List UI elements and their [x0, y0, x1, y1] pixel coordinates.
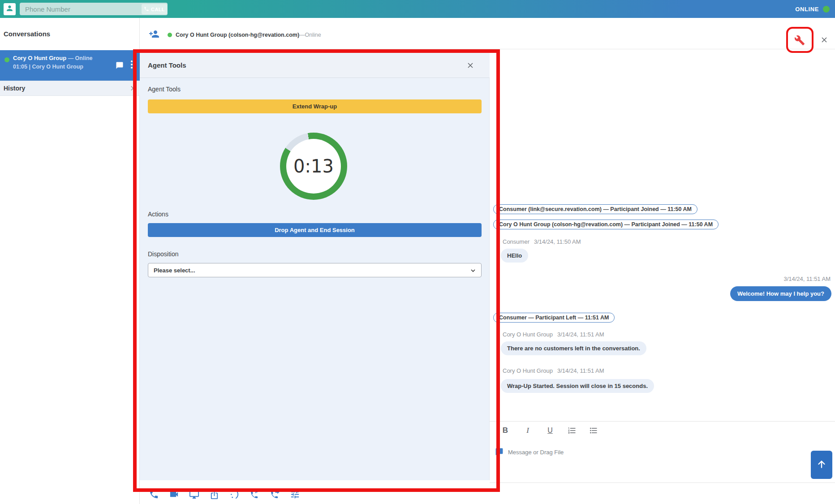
- unordered-list-icon[interactable]: [589, 426, 598, 435]
- agent-tools-panel-header: Agent Tools: [140, 53, 490, 78]
- drop-agent-button[interactable]: Drop Agent and End Session: [148, 223, 482, 237]
- conversations-sidebar: Conversations Cory O Hunt Group — Online…: [0, 18, 140, 504]
- contact-button[interactable]: [4, 3, 16, 15]
- message-sender: Consumer: [503, 238, 529, 245]
- conversation-status: — Online: [66, 55, 92, 61]
- message-bubble: Wrap-Up Started. Session will close in 1…: [501, 379, 654, 393]
- callback-icon[interactable]: [229, 489, 240, 500]
- ordered-list-icon[interactable]: [568, 426, 577, 435]
- chat-main: Cory O Hunt Group (colson-hg@revation.co…: [140, 18, 835, 504]
- participant-event-pill: Cory O Hunt Group (colson-hg@revation.co…: [493, 220, 719, 229]
- agent-tools-title: Agent Tools: [148, 61, 186, 69]
- message-meta: Cory O Hunt Group3/14/24, 11:51 AM: [503, 367, 604, 374]
- message-time: 3/14/24, 11:51 AM: [557, 367, 604, 374]
- wrapup-timer-ring: 0:13: [280, 133, 347, 200]
- top-bar: CALL ONLINE: [0, 0, 835, 18]
- extend-wrapup-button[interactable]: Extend Wrap-up: [148, 99, 482, 113]
- message-bubble: There are no customers left in the conve…: [501, 341, 646, 355]
- message-composer: B I U Message or Drag File: [490, 421, 835, 483]
- phone-icon: [144, 6, 149, 13]
- actions-label: Actions: [148, 211, 168, 218]
- agent-tools-close-icon[interactable]: [466, 61, 475, 70]
- outgoing-message-bubble: Welcome! How may I help you?: [730, 286, 831, 301]
- chat-bubble-icon[interactable]: [116, 61, 124, 69]
- agent-tools-section-label: Agent Tools: [148, 86, 181, 93]
- presence-dot: [4, 57, 9, 62]
- disposition-label: Disposition: [148, 250, 178, 258]
- park-call-icon[interactable]: P: [250, 489, 260, 500]
- contact-icon: [5, 4, 14, 14]
- conversation-name: Cory O Hunt Group — Online: [13, 55, 93, 61]
- participant-event-pill: Consumer — Participant Left — 11:51 AM: [493, 313, 615, 323]
- message-time: 3/14/24, 11:50 AM: [534, 238, 581, 245]
- chevron-down-icon: [469, 267, 477, 274]
- voice-call-icon[interactable]: [149, 489, 159, 500]
- chat-title: Cory O Hunt Group (colson-hg@revation.co…: [176, 32, 321, 38]
- disposition-selected-value: Please select...: [154, 267, 195, 274]
- format-toolbar: B I U: [500, 426, 598, 435]
- agent-status-label: ONLINE: [795, 6, 819, 13]
- agent-tools-panel: Agent Tools Agent Tools Extend Wrap-up 0…: [140, 53, 490, 480]
- agent-status[interactable]: ONLINE: [795, 0, 830, 18]
- participant-event-pill: Consumer (link@secure.revation.com) — Pa…: [493, 204, 697, 214]
- wrapup-timer-value: 0:13: [286, 139, 341, 194]
- svg-text:P: P: [255, 489, 258, 494]
- send-button[interactable]: [811, 451, 832, 479]
- bold-button[interactable]: B: [500, 426, 510, 435]
- italic-button[interactable]: I: [523, 426, 533, 435]
- chevron-right-icon: [128, 84, 136, 92]
- video-call-icon[interactable]: [169, 489, 179, 500]
- call-button-label: CALL: [151, 7, 165, 12]
- call-button[interactable]: CALL: [142, 4, 167, 14]
- message-input[interactable]: Message or Drag File: [508, 449, 564, 456]
- disposition-select[interactable]: Please select...: [148, 263, 482, 277]
- add-participant-icon[interactable]: [149, 29, 159, 39]
- screen-share-icon[interactable]: [189, 489, 199, 500]
- outgoing-message-time: 3/14/24, 11:51 AM: [783, 276, 831, 282]
- tune-settings-icon[interactable]: [290, 489, 300, 500]
- message-time: 3/14/24, 11:51 AM: [557, 331, 604, 338]
- conversation-detail: 01:05 | Cory O Hunt Group: [13, 64, 83, 70]
- header-presence-dot: [168, 33, 172, 37]
- call-controls-toolbar: P: [149, 489, 300, 500]
- send-arrow-icon: [816, 458, 827, 472]
- app-window: CALL ONLINE Conversations Cory O Hunt Gr…: [0, 0, 835, 504]
- transfer-call-icon[interactable]: [270, 489, 280, 500]
- kebab-menu-icon[interactable]: [131, 60, 133, 69]
- conversation-list-item[interactable]: Cory O Hunt Group — Online 01:05 | Cory …: [0, 50, 140, 81]
- sidebar-title: Conversations: [4, 30, 50, 38]
- chat-title-status: —Online: [299, 32, 321, 38]
- online-status-dot: [823, 6, 830, 13]
- history-label: History: [4, 85, 25, 92]
- message-thread: Consumer (link@secure.revation.com) — Pa…: [490, 18, 835, 421]
- message-meta: Cory O Hunt Group3/14/24, 11:51 AM: [503, 331, 604, 338]
- message-icon: [495, 448, 504, 456]
- underline-button[interactable]: U: [545, 426, 555, 435]
- message-sender: Cory O Hunt Group: [503, 331, 553, 338]
- message-meta: Consumer3/14/24, 11:50 AM: [503, 238, 581, 245]
- file-share-icon[interactable]: [209, 489, 220, 500]
- message-sender: Cory O Hunt Group: [503, 367, 553, 374]
- message-bubble: HEllo: [501, 249, 528, 263]
- history-section[interactable]: History: [0, 81, 140, 96]
